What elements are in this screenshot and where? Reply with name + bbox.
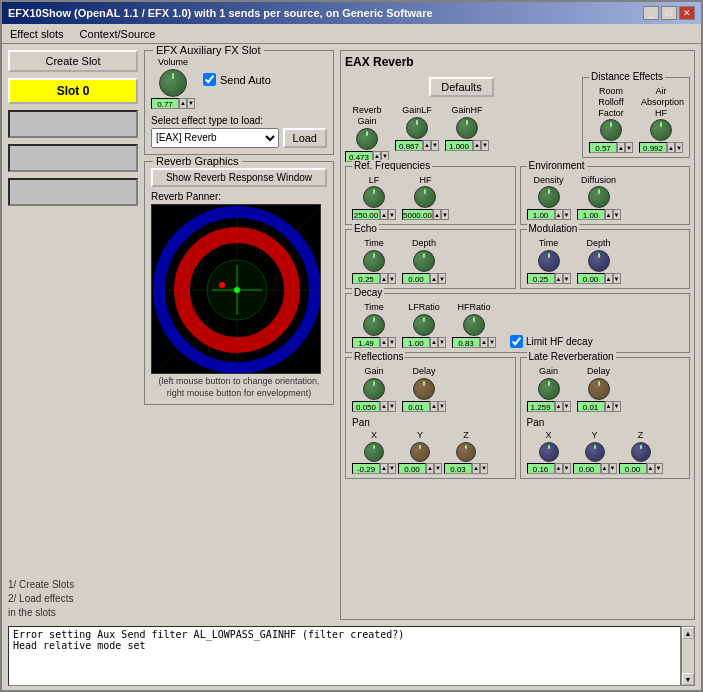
help-line-1: 1/ Create Slots <box>8 578 138 592</box>
ref-hf-col: HF 5000.00▲▼ <box>402 175 449 221</box>
menu-bar: Effect slots Context/Source <box>2 24 701 44</box>
limit-hf-checkbox[interactable] <box>510 335 523 348</box>
air-absorption-knob[interactable] <box>650 119 672 141</box>
log-line-2: Head relative mode set <box>13 640 676 651</box>
late-delay-knob[interactable] <box>588 378 610 400</box>
late-pan-y-knob[interactable] <box>585 442 605 462</box>
echo-depth-knob[interactable] <box>413 250 435 272</box>
ref-hf-knob[interactable] <box>414 186 436 208</box>
gain-lf-up[interactable]: ▲ <box>423 140 431 151</box>
late-pan-z-knob[interactable] <box>631 442 651 462</box>
gain-hf-up[interactable]: ▲ <box>473 140 481 151</box>
refl-pan-x-knob[interactable] <box>364 442 384 462</box>
create-slot-button[interactable]: Create Slot <box>8 50 138 72</box>
density-value: 1.00 <box>527 209 555 220</box>
volume-value: 0.77 <box>151 98 179 109</box>
refl-pan-x-value: -0.29 <box>352 463 380 474</box>
echo-time-value: 0.25 <box>352 273 380 284</box>
panner-canvas[interactable] <box>151 204 321 374</box>
late-pan-y-label: Y <box>591 430 597 441</box>
late-reverb-title: Late Reverberation <box>527 351 616 362</box>
panner-note-2: right mouse button for envelopment) <box>151 388 327 398</box>
show-reverb-button[interactable]: Show Reverb Response Window <box>151 168 327 187</box>
refl-pan-x-col: X -0.29▲▼ <box>352 430 396 474</box>
maximize-button[interactable]: □ <box>661 6 677 20</box>
reverb-gain-knob[interactable] <box>356 128 378 150</box>
left-panel: Create Slot Slot 0 1/ Create Slots 2/ Lo… <box>8 50 138 620</box>
main-content: Create Slot Slot 0 1/ Create Slots 2/ Lo… <box>2 44 701 626</box>
scroll-down-arrow[interactable]: ▼ <box>682 673 694 685</box>
ref-lf-label: LF <box>369 175 380 186</box>
ref-lf-knob[interactable] <box>363 186 385 208</box>
late-delay-col: Delay 0.01▲▼ <box>577 366 621 412</box>
gain-hf-dn[interactable]: ▼ <box>481 140 489 151</box>
gain-hf-label: GainHF <box>451 105 482 116</box>
mod-depth-col: Depth 0.00▲▼ <box>577 238 621 284</box>
volume-down-arrow[interactable]: ▼ <box>187 98 195 109</box>
volume-row: Volume 0.77 ▲ ▼ Send Auto <box>151 57 327 109</box>
refl-pan-y-knob[interactable] <box>410 442 430 462</box>
echo-time-knob[interactable] <box>363 250 385 272</box>
slot-2-placeholder <box>8 144 138 172</box>
environment-section: Environment Density 1.00▲▼ Diffusion 1.0… <box>520 166 691 226</box>
gain-lf-col: GainLF 0.867▲▼ <box>395 105 439 162</box>
defaults-button[interactable]: Defaults <box>429 77 493 97</box>
decay-time-knob[interactable] <box>363 314 385 336</box>
ref-hf-label: HF <box>419 175 431 186</box>
refl-pan-z-knob[interactable] <box>456 442 476 462</box>
late-gain-knob[interactable] <box>538 378 560 400</box>
air-absorption-col: Air Absorption HF 0.992▲▼ <box>639 86 683 153</box>
log-line-1: Error setting Aux Send filter AL_LOWPASS… <box>13 629 676 640</box>
gain-hf-value: 1.000 <box>445 140 473 151</box>
refl-gain-value: 0.050 <box>352 401 380 412</box>
late-pan-z-label: Z <box>638 430 644 441</box>
eax-reverb-panel: EAX Reverb Defaults Reverb Gain 0.473▲▼ … <box>340 50 695 620</box>
refl-delay-knob[interactable] <box>413 378 435 400</box>
mod-depth-knob[interactable] <box>588 250 610 272</box>
late-reverb-section: Late Reverberation Gain 1.259▲▼ Delay 0.… <box>520 357 691 479</box>
gain-lf-dn[interactable]: ▼ <box>431 140 439 151</box>
load-button[interactable]: Load <box>283 128 327 148</box>
menu-context-source[interactable]: Context/Source <box>76 27 160 41</box>
refl-pan-z-col: Z 0.03▲▼ <box>444 430 488 474</box>
panner-svg <box>152 205 321 374</box>
volume-value-row: 0.77 ▲ ▼ <box>151 98 195 109</box>
late-delay-label: Delay <box>587 366 610 377</box>
send-auto-label: Send Auto <box>220 74 271 86</box>
diffusion-knob[interactable] <box>588 186 610 208</box>
slot-0-button[interactable]: Slot 0 <box>8 78 138 104</box>
center-panel: EFX Auxiliary FX Slot Volume 0.77 ▲ ▼ Se <box>144 50 334 620</box>
mod-depth-value: 0.00 <box>577 273 605 284</box>
log-area[interactable]: Error setting Aux Send filter AL_LOWPASS… <box>8 626 681 686</box>
effect-type-select[interactable]: [EAX] ReverbReverbChorusDistortionEchoFl… <box>151 128 279 148</box>
mod-time-value: 0.25 <box>527 273 555 284</box>
svg-point-11 <box>219 282 225 288</box>
hf-ratio-knob[interactable] <box>463 314 485 336</box>
refl-gain-knob[interactable] <box>363 378 385 400</box>
send-auto-checkbox[interactable] <box>203 73 216 86</box>
volume-up-arrow[interactable]: ▲ <box>179 98 187 109</box>
gain-lf-knob[interactable] <box>406 117 428 139</box>
lf-ratio-knob[interactable] <box>413 314 435 336</box>
refl-pan-z-value: 0.03 <box>444 463 472 474</box>
menu-effect-slots[interactable]: Effect slots <box>6 27 68 41</box>
eax-reverb-title: EAX Reverb <box>345 55 414 69</box>
minimize-button[interactable]: _ <box>643 6 659 20</box>
send-auto-row: Send Auto <box>203 73 271 86</box>
refl-gain-col: Gain 0.050▲▼ <box>352 366 396 412</box>
log-scrollbar[interactable]: ▲ ▼ <box>681 626 695 686</box>
reverb-graphics-panel: Reverb Graphics Show Reverb Response Win… <box>144 161 334 405</box>
room-rolloff-knob[interactable] <box>600 119 622 141</box>
density-knob[interactable] <box>538 186 560 208</box>
gain-hf-knob[interactable] <box>456 117 478 139</box>
reverb-gain-label: Reverb Gain <box>347 105 387 127</box>
room-rolloff-col: Room Rolloff Factor 0.57▲▼ <box>589 86 633 153</box>
slot-3-placeholder <box>8 178 138 206</box>
mod-time-knob[interactable] <box>538 250 560 272</box>
late-pan-x-knob[interactable] <box>539 442 559 462</box>
scroll-up-arrow[interactable]: ▲ <box>682 627 694 639</box>
lf-ratio-value: 1.00 <box>402 337 430 348</box>
close-button[interactable]: ✕ <box>679 6 695 20</box>
reverb-panner-title: Reverb Panner: <box>151 191 327 202</box>
volume-knob[interactable] <box>159 69 187 97</box>
